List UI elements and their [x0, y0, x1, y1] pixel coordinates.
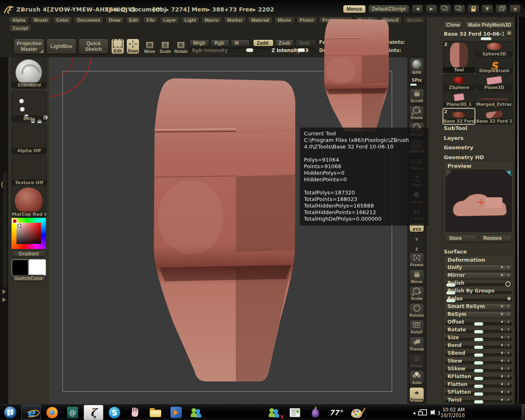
deform-slider-handle[interactable] [474, 346, 483, 349]
z-button[interactable]: Z [409, 243, 424, 252]
paint[interactable] [347, 405, 366, 420]
rgb-intensity-handle[interactable] [246, 48, 253, 52]
gradient-button[interactable]: Gradient [11, 250, 46, 257]
menu-zscript[interactable]: Zscript [9, 25, 31, 32]
menu-alpha[interactable]: Alpha [9, 17, 29, 24]
tool-slot-merged-extract1[interactable]: Merged_Extract1 [476, 91, 513, 107]
section-geometry[interactable]: Geometry [444, 144, 473, 151]
deform-mirror[interactable]: Mirrorxyz [445, 272, 512, 280]
hidden-icons-arrow[interactable]: ▲ [413, 411, 416, 415]
bpr-button[interactable]: BPR [409, 58, 424, 75]
left-tray-divider[interactable]: ( [0, 57, 8, 404]
menu-marker[interactable]: Marker [224, 17, 246, 24]
preview-fold-icon[interactable] [446, 170, 452, 177]
deform-polish[interactable]: Polish [445, 280, 512, 288]
deform-resym[interactable]: ReSymxyz [445, 311, 512, 319]
m-button[interactable]: M [231, 39, 250, 46]
deform-sskew[interactable]: SSkewxyz [445, 365, 512, 373]
deform-size[interactable]: Sizexyz [445, 334, 512, 342]
menu-file[interactable]: File [143, 17, 158, 24]
skype[interactable]: S [105, 405, 124, 420]
tor-browser[interactable] [306, 405, 325, 420]
menu-material[interactable]: Material [248, 17, 272, 24]
y-button[interactable]: Y [409, 233, 424, 242]
left-tray-alpha-off[interactable]: Alpha Off [11, 123, 47, 154]
tray-open-arrow-icon[interactable] [2, 289, 6, 294]
tile-icon[interactable] [454, 5, 465, 13]
deform-slider-handle[interactable] [474, 385, 483, 388]
section-subtool[interactable]: SubTool [444, 125, 467, 131]
tool-slot-simplebrush[interactable]: SSimpleBrush [476, 58, 513, 74]
rotate-button[interactable]: Rotate [409, 303, 424, 318]
deform-relax[interactable]: Relax [445, 295, 512, 303]
network-icon[interactable] [420, 409, 427, 415]
cascade-icon[interactable] [440, 5, 451, 13]
spix-control[interactable]: SPix [409, 78, 424, 86]
z-intensity-handle[interactable] [297, 48, 305, 52]
scale-button[interactable]: ↕Scale [409, 286, 424, 301]
main-color-swatch[interactable] [11, 259, 29, 276]
messenger-offline[interactable]: × [265, 405, 284, 420]
clock[interactable]: 10:02 AM 10/7/2010 [441, 407, 465, 418]
close-button[interactable]: × [509, 5, 521, 13]
section-layers[interactable]: Layers [444, 135, 463, 141]
zadd-button[interactable]: Zadd [253, 39, 274, 46]
deform-polish-by-groups[interactable]: Polish By Groups [445, 288, 512, 295]
deform-rotate[interactable]: Rotatexyz [445, 326, 512, 334]
lock-icon[interactable] [468, 5, 479, 13]
zbrush[interactable]: ζ [84, 405, 103, 420]
deform-slider-handle[interactable] [474, 377, 483, 380]
deform-flatten[interactable]: Flattenxyz [445, 381, 512, 389]
rotate-button[interactable]: RRotate [174, 39, 187, 54]
rgb-intensity-slider[interactable]: Rgb Intensity [189, 48, 256, 53]
deform-twist[interactable]: Twistxyz [445, 397, 512, 404]
start-button[interactable] [1, 405, 20, 420]
deform-smart-resym[interactable]: Smart ReSymxyz [445, 303, 512, 311]
volume-icon[interactable] [431, 411, 434, 414]
tool-slot-base-32-ford-1[interactable]: 2Base 32 Ford 1 [443, 108, 475, 124]
move-button[interactable]: MMove [143, 39, 156, 54]
clone-button[interactable]: Clone [443, 21, 463, 29]
windows-explorer[interactable] [146, 405, 165, 420]
tool-slot-base-32-ford-1[interactable]: Base 32 Ford 1 [476, 108, 513, 124]
menu-movie[interactable]: Movie [274, 17, 294, 24]
frame-button[interactable]: Frame [409, 253, 424, 267]
solo-button[interactable]: Solo [409, 370, 424, 385]
switch-color-button[interactable]: SwitchColor [11, 275, 46, 282]
menu-light[interactable]: Light [181, 17, 199, 24]
spiral-app[interactable]: @ [63, 405, 82, 420]
deform-rflatten[interactable]: RFlattenxyz [445, 373, 512, 381]
make-polymesh3d-button[interactable]: Make PolyMesh3D [465, 21, 514, 29]
current-tool-name[interactable]: Base 32 Ford 10-06-10 [444, 31, 504, 37]
deform-sbend[interactable]: SBendxyz [445, 350, 512, 358]
section-geometry-hd[interactable]: Geometry HD [444, 154, 484, 160]
spix-slider[interactable] [409, 83, 424, 86]
section-surface[interactable]: Surface [444, 249, 467, 255]
minimize-button[interactable]: ▼ [482, 5, 493, 13]
preview-title[interactable]: Preview [443, 162, 514, 170]
lightbox-button[interactable]: LightBox [46, 39, 77, 54]
photo-viewer[interactable] [285, 405, 304, 420]
ghost-button[interactable]: Ghost [409, 354, 424, 368]
default-zscript-button[interactable]: DefaultZScript [368, 5, 409, 13]
left-tray-dots[interactable]: Dots [11, 91, 47, 122]
zcut-button[interactable]: Zcut [295, 39, 316, 46]
polyf-button[interactable]: PolyF [409, 320, 424, 335]
deform-slider-handle[interactable] [474, 361, 483, 365]
deform-unify[interactable]: Unifyxyz [445, 264, 512, 272]
deform-skew[interactable]: Skewxyz [445, 358, 512, 365]
menu-brush[interactable]: Brush [31, 17, 51, 24]
deform-slider-handle[interactable] [474, 369, 483, 372]
menu-color[interactable]: Color [53, 17, 72, 24]
tool-slot-plane3d[interactable]: Plane3D [476, 75, 513, 91]
tool-slot-plane3d-1[interactable]: Plane3D_1 [443, 91, 475, 107]
transp-button[interactable]: Transp [409, 337, 424, 352]
deform-slider-handle[interactable] [474, 400, 483, 404]
deform-offset[interactable]: Offsetxyz [445, 319, 512, 326]
z-intensity-slider[interactable]: Z Intensity 53 [253, 48, 314, 53]
restore-preview-button[interactable]: Restore [480, 235, 512, 242]
zsub-button[interactable]: Zsub [275, 39, 294, 46]
deform-slider-handle[interactable] [474, 330, 483, 333]
menu-draw[interactable]: Draw [105, 17, 123, 24]
deform-slider-handle[interactable] [474, 322, 483, 326]
